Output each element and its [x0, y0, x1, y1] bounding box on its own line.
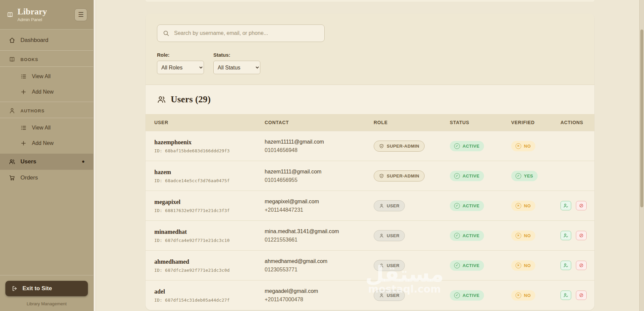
role-cell: SUPER-ADMIN: [374, 141, 450, 152]
status-filter-select[interactable]: All Status: [213, 61, 260, 74]
shield-check-icon: [379, 144, 384, 149]
app-subtitle: Admin Panel: [17, 17, 47, 22]
username: megapixel: [154, 199, 180, 206]
username: ahmedhamed: [154, 258, 189, 265]
nav-label: Dashboard: [20, 37, 48, 44]
block-user-button[interactable]: ⊘: [576, 231, 587, 240]
user-phone: 01230553771: [265, 267, 298, 273]
home-icon: [9, 37, 15, 44]
role-badge: USER: [374, 230, 405, 241]
role-badge: SUPER-ADMIN: [374, 141, 425, 152]
sidebar-item-authors-view-all[interactable]: View All: [0, 120, 93, 136]
username: hazemphoenix: [154, 139, 192, 146]
nav-label: View All: [32, 125, 51, 131]
users-icon: [157, 95, 166, 104]
block-icon: ⊘: [579, 233, 583, 238]
approve-user-button[interactable]: [560, 291, 571, 300]
sidebar-toggle-button[interactable]: ☰: [74, 8, 87, 21]
verified-label: NO: [524, 203, 531, 208]
user-id: ID: 687df154c31deb05a44dc27f: [154, 298, 230, 303]
section-label: BOOKS: [20, 57, 38, 62]
verified-badge: ✓ ✕ NO: [511, 260, 535, 271]
role-label: USER: [387, 203, 399, 208]
column-header-actions: ACTIONS: [560, 120, 594, 125]
user-phone: 01014656955: [265, 177, 298, 183]
shield-check-icon: [379, 173, 384, 178]
username: adel: [154, 288, 165, 295]
plus-icon: [20, 89, 27, 95]
sidebar-item-books-add-new[interactable]: Add New: [0, 84, 93, 100]
table-row: hazemphoenix ID: 68baf15bde683d166ddd29f…: [146, 131, 594, 161]
user-email: hazem1111@gmail.com: [265, 169, 321, 175]
person-icon: [379, 293, 384, 298]
person-icon: [379, 263, 384, 268]
cart-icon: [9, 174, 15, 181]
contact-cell: hazem1111@gmail.com 01014656955: [265, 169, 374, 183]
table-row: adel ID: 687df154c31deb05a44dc27f megaad…: [146, 280, 594, 310]
status-filter-label: Status:: [213, 52, 260, 58]
block-user-button[interactable]: ⊘: [576, 261, 587, 270]
sidebar: Library Admin Panel ☰ Dashboard BOOKS: [0, 0, 94, 311]
approve-user-button[interactable]: [560, 201, 571, 210]
sidebar-footer: Exit to Site Library Management: [0, 275, 93, 311]
status-cell: ✓ ACTIVE: [450, 141, 511, 151]
status-label: ACTIVE: [463, 203, 480, 208]
contact-cell: ahmedhamed@gmail.com 01230553771: [265, 258, 374, 273]
contact-cell: megaadel@gmail.com +201147000478: [265, 288, 374, 303]
cross-circle-icon: ✕: [516, 203, 521, 209]
column-header-verified: VERIFIED: [511, 120, 560, 125]
sidebar-item-dashboard[interactable]: Dashboard: [0, 32, 93, 48]
table-row: ahmedhamed ID: 687dfc2ae92f771e21dc3c0d …: [146, 250, 594, 280]
verified-cell: ✓ ✕ NO: [511, 201, 560, 211]
verified-badge: ✓ ✕ NO: [511, 201, 535, 211]
main-content: Role: All Roles Status: All Status: [96, 0, 644, 311]
user-email: megapixel@gmail.com: [265, 199, 319, 205]
sidebar-item-books-view-all[interactable]: View All: [0, 69, 93, 84]
nav-label: View All: [32, 73, 51, 80]
table-row: hazem ID: 68adce14e5ccf3d76aa0475f hazem…: [146, 161, 594, 191]
role-cell: USER: [374, 260, 450, 271]
scrollbar-thumb[interactable]: [640, 30, 643, 207]
cross-circle-icon: ✕: [516, 143, 521, 149]
user-id: ID: 687dfca4e92f771e21dc3c10: [154, 238, 230, 243]
person-check-icon: [563, 293, 569, 298]
list-icon: [20, 124, 27, 131]
table-row: megapixel ID: 68817632e92f771e21dc3f3f m…: [146, 191, 594, 220]
status-cell: ✓ ACTIVE: [450, 171, 511, 181]
filter-row: Role: All Roles Status: All Status: [157, 52, 583, 74]
sidebar-scrollbar[interactable]: [94, 0, 96, 311]
cross-circle-icon: ✕: [516, 293, 521, 298]
block-user-button[interactable]: ⊘: [576, 201, 587, 210]
status-cell: ✓ ACTIVE: [450, 230, 511, 241]
users-section: Users (29) USER CONTACT ROLE STATUS VERI…: [146, 85, 594, 310]
hamburger-icon: ☰: [78, 11, 84, 18]
user-cell: hazemphoenix ID: 68baf15bde683d166ddd29f…: [154, 139, 265, 153]
role-label: USER: [387, 263, 399, 268]
exit-to-site-button[interactable]: Exit to Site: [5, 281, 88, 296]
approve-user-button[interactable]: [560, 261, 571, 270]
contact-cell: megapixel@gmail.com +201144847231: [265, 199, 374, 213]
verified-label: NO: [524, 293, 531, 298]
verified-badge: ✓ ✕ NO: [511, 141, 535, 151]
user-email: megaadel@gmail.com: [265, 288, 318, 294]
logo: Library Admin Panel: [7, 7, 47, 22]
check-circle-icon: ✓: [454, 143, 460, 149]
cross-circle-icon: ✕: [516, 233, 521, 239]
sidebar-item-orders[interactable]: Orders: [0, 170, 93, 186]
user-phone: 01014656948: [265, 147, 298, 153]
role-badge: USER: [374, 200, 405, 211]
verified-cell: ✓ ✕ NO: [511, 260, 560, 271]
page-scrollbar[interactable]: [639, 0, 644, 311]
verified-label: NO: [524, 233, 531, 238]
user-email: mina.medhat.3141@gmail.com: [265, 228, 339, 235]
block-icon: ⊘: [579, 293, 583, 298]
sidebar-item-authors-add-new[interactable]: Add New: [0, 136, 93, 151]
role-filter-select[interactable]: All Roles: [157, 61, 204, 74]
approve-user-button[interactable]: [560, 231, 571, 240]
status-badge: ✓ ACTIVE: [450, 141, 484, 151]
sidebar-item-users[interactable]: Users •: [0, 154, 93, 170]
search-input[interactable]: [173, 30, 319, 37]
person-icon: [9, 107, 15, 114]
block-user-button[interactable]: ⊘: [576, 291, 587, 300]
role-label: USER: [387, 293, 399, 298]
